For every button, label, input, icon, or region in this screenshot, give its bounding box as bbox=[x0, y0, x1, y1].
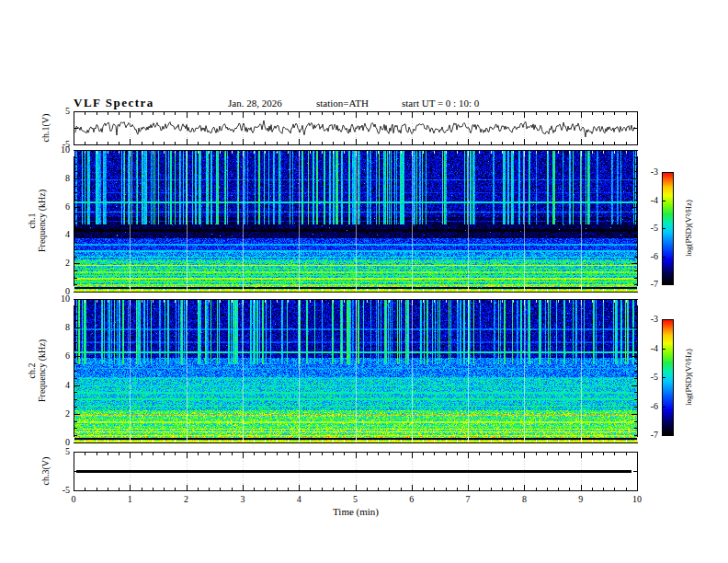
ch1-voltage-axis-label: ch.1(V) bbox=[40, 114, 51, 143]
header-station: station=ATH bbox=[316, 98, 369, 109]
figure-title: VLF Spectra bbox=[74, 96, 154, 110]
ch2-spectrogram-canvas bbox=[74, 299, 638, 443]
colorbar-tick-label: -6 bbox=[640, 252, 658, 261]
colorbar-ch1-unit-label: log(PSD)(V²/Hz) bbox=[684, 200, 694, 257]
x-tick-label: 1 bbox=[120, 495, 139, 504]
colorbar-ch2-canvas bbox=[662, 319, 674, 436]
y-tick-label: 8 bbox=[51, 323, 70, 332]
y-tick-label: 2 bbox=[51, 409, 70, 419]
x-tick-label: 9 bbox=[572, 495, 590, 504]
axis-label-frequency-line: Frequency (kHz) bbox=[37, 339, 47, 402]
time-axis-label: Time (min) bbox=[333, 506, 379, 517]
colorbar-tick-label: -7 bbox=[640, 431, 658, 440]
colorbar-tick-label: -5 bbox=[640, 373, 658, 382]
y-tick-label: 5 bbox=[51, 447, 70, 456]
y-tick-label: 5 bbox=[51, 107, 70, 116]
x-tick-label: 7 bbox=[459, 495, 477, 504]
y-tick-label: -5 bbox=[51, 140, 70, 149]
colorbar-tick-label: -3 bbox=[640, 167, 658, 177]
axis-label-frequency-line: Frequency (kHz) bbox=[37, 190, 47, 252]
y-tick-label: 4 bbox=[51, 230, 70, 239]
colorbar-tick-label: -6 bbox=[640, 402, 658, 411]
y-tick-label: 8 bbox=[51, 174, 70, 183]
ch2-frequency-axis-label: ch.2 Frequency (kHz) bbox=[27, 339, 47, 402]
colorbar-tick-label: -4 bbox=[640, 196, 658, 205]
y-tick-label: 6 bbox=[51, 351, 70, 361]
x-tick-label: 2 bbox=[177, 495, 196, 504]
ch1-spectrogram-canvas bbox=[74, 150, 638, 293]
vlf-spectra-figure: VLF Spectra Jan. 28, 2026 station=ATH st… bbox=[0, 0, 728, 563]
x-tick-label: 10 bbox=[628, 495, 646, 504]
colorbar-ch1-canvas bbox=[662, 172, 674, 285]
x-tick-label: 5 bbox=[347, 495, 365, 504]
ch1-waveform-canvas bbox=[74, 111, 638, 145]
y-tick-label: 10 bbox=[51, 294, 70, 304]
ch3-waveform-canvas bbox=[74, 452, 638, 491]
x-tick-label: 4 bbox=[290, 495, 308, 504]
colorbar-tick-label: -4 bbox=[640, 344, 658, 353]
colorbar-ch2-unit-label: log(PSD)(V²/Hz) bbox=[684, 349, 694, 406]
colorbar-tick-label: -3 bbox=[640, 315, 658, 324]
colorbar-tick-label: -7 bbox=[640, 280, 658, 289]
x-tick-label: 8 bbox=[515, 495, 533, 504]
axis-label-channel-line: ch.1 bbox=[27, 213, 37, 229]
y-tick-label: 6 bbox=[51, 202, 70, 212]
x-tick-label: 6 bbox=[403, 495, 421, 504]
x-tick-label: 3 bbox=[233, 495, 252, 504]
y-tick-label: -5 bbox=[51, 486, 70, 495]
header-date: Jan. 28, 2026 bbox=[228, 98, 282, 109]
x-tick-label: 0 bbox=[64, 495, 83, 504]
ch1-frequency-axis-label: ch.1 Frequency (kHz) bbox=[27, 190, 47, 252]
colorbar-tick-label: -5 bbox=[640, 224, 658, 233]
ch3-voltage-axis-label: ch.3(V) bbox=[40, 457, 51, 486]
y-tick-label: 2 bbox=[51, 259, 70, 268]
header-start-ut: start UT = 0 : 10: 0 bbox=[402, 98, 479, 109]
y-tick-label: 4 bbox=[51, 381, 70, 390]
axis-label-channel-line: ch.2 bbox=[27, 363, 37, 379]
